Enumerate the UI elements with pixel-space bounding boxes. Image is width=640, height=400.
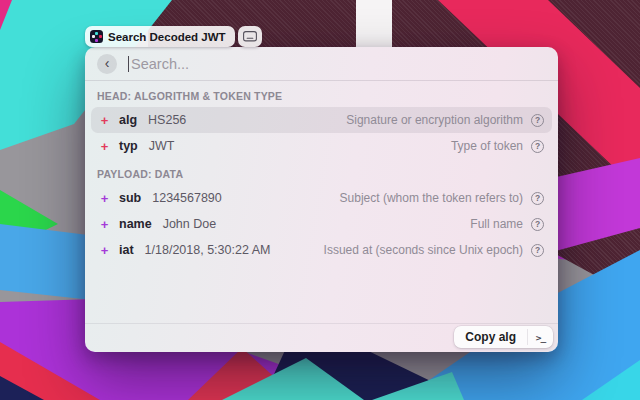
claim-description: Signature or encryption algorithm [346,113,523,127]
help-circle-icon: ? [531,140,544,153]
section-payload: PAYLOAD: DATA + sub 1234567890 Subject (… [91,168,552,263]
claim-value: JWT [149,139,175,153]
claim-key: sub [119,191,141,205]
plus-icon: + [99,217,110,232]
action-footer: Copy alg >_ [85,323,558,352]
claim-description: Issued at (seconds since Unix epoch) [324,243,523,257]
help-circle-icon: ? [531,114,544,127]
back-button[interactable]: ‹ [97,54,117,74]
claim-description: Subject (whom the token refers to) [340,191,523,205]
claim-description: Type of token [451,139,523,153]
help-circle-icon: ? [531,244,544,257]
search-input[interactable] [129,56,546,72]
launcher-window: ‹ HEAD: ALGORITHM & TOKEN TYPE + alg HS2… [85,47,558,352]
claim-key: alg [119,113,137,127]
copy-alg-button-group: Copy alg >_ [454,326,553,348]
help-circle-icon: ? [531,192,544,205]
list-item-alg[interactable]: + alg HS256 Signature or encryption algo… [91,107,552,133]
keyboard-icon [243,31,257,42]
claim-key: iat [119,243,134,257]
terminal-shortcut-icon[interactable]: >_ [528,326,553,348]
jwt-extension-icon [90,30,103,43]
copy-alg-button[interactable]: Copy alg [454,326,527,348]
claim-value: 1/18/2018, 5:30:22 AM [145,243,271,257]
desktop: Search Decoded JWT ‹ HEAD: ALGORITHM & T… [0,0,640,400]
claim-value: 1234567890 [152,191,222,205]
claim-key: typ [119,139,138,153]
command-chip-bar: Search Decoded JWT [85,26,262,47]
section-header: HEAD: ALGORITHM & TOKEN TYPE [97,90,546,102]
claim-description: Full name [470,217,523,231]
plus-icon: + [99,191,110,206]
list-item-typ[interactable]: + typ JWT Type of token ? [91,133,552,159]
claim-value: HS256 [148,113,186,127]
list-item-iat[interactable]: + iat 1/18/2018, 5:30:22 AM Issued at (s… [91,237,552,263]
command-mode-chip[interactable]: Search Decoded JWT [85,26,235,47]
list-item-name[interactable]: + name John Doe Full name ? [91,211,552,237]
help-circle-icon: ? [531,218,544,231]
command-mode-label: Search Decoded JWT [108,31,226,43]
plus-icon: + [99,139,110,154]
section-head: HEAD: ALGORITHM & TOKEN TYPE + alg HS256… [91,90,552,159]
claim-value: John Doe [163,217,217,231]
section-header: PAYLOAD: DATA [97,168,546,180]
search-bar: ‹ [85,47,558,80]
footer-divider [85,323,558,324]
search-divider [85,80,558,81]
result-list: HEAD: ALGORITHM & TOKEN TYPE + alg HS256… [85,90,558,263]
list-item-sub[interactable]: + sub 1234567890 Subject (whom the token… [91,185,552,211]
plus-icon: + [99,243,110,258]
keyboard-hotkey-chip[interactable] [238,26,262,47]
plus-icon: + [99,113,110,128]
claim-key: name [119,217,152,231]
